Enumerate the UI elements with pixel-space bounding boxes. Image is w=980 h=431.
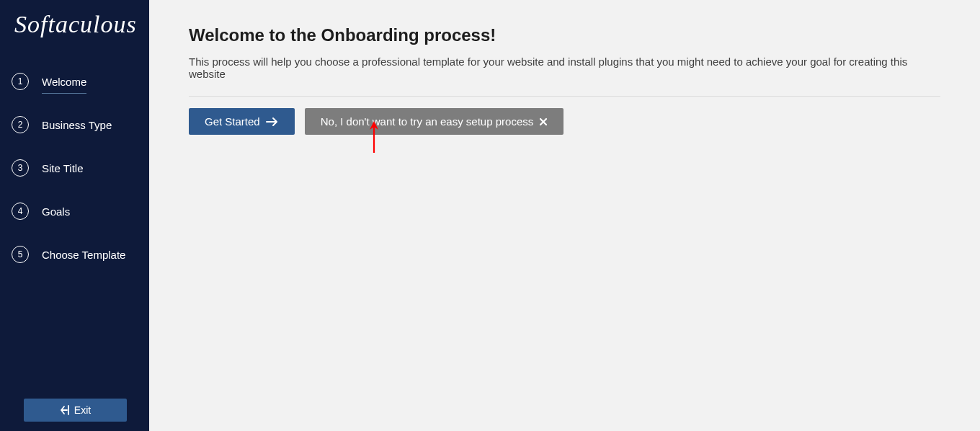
nav-label: Site Title: [42, 162, 84, 174]
nav-item-welcome[interactable]: 1 Welcome: [0, 60, 149, 103]
exit-label: Exit: [74, 404, 91, 416]
step-number-icon: 2: [12, 116, 29, 133]
exit-icon: [60, 405, 71, 415]
step-nav: 1 Welcome 2 Business Type 3 Site Title 4…: [0, 60, 149, 431]
nav-label: Choose Template: [42, 249, 125, 261]
nav-label: Goals: [42, 205, 70, 218]
get-started-label: Get Started: [205, 115, 260, 128]
step-number-icon: 4: [12, 203, 29, 220]
skip-label: No, I don't want to try an easy setup pr…: [321, 115, 534, 128]
get-started-button[interactable]: Get Started: [189, 108, 295, 135]
skip-setup-button[interactable]: No, I don't want to try an easy setup pr…: [305, 108, 564, 135]
nav-item-goals[interactable]: 4 Goals: [0, 190, 149, 233]
main-content: Welcome to the Onboarding process! This …: [149, 0, 980, 431]
divider: [189, 96, 940, 97]
step-number-icon: 5: [12, 246, 29, 263]
exit-button[interactable]: Exit: [24, 399, 127, 422]
nav-item-business-type[interactable]: 2 Business Type: [0, 103, 149, 146]
nav-item-choose-template[interactable]: 5 Choose Template: [0, 233, 149, 276]
page-subtext: This process will help you choose a prof…: [189, 55, 940, 80]
step-number-icon: 1: [12, 73, 29, 90]
close-icon: [539, 117, 548, 126]
button-row: Get Started No, I don't want to try an e…: [189, 108, 940, 135]
arrow-right-icon: [266, 117, 279, 127]
brand-logo: Softaculous: [0, 0, 149, 60]
step-number-icon: 3: [12, 159, 29, 177]
page-title: Welcome to the Onboarding process!: [189, 25, 940, 45]
nav-label: Welcome: [42, 76, 86, 88]
nav-label: Business Type: [42, 119, 112, 131]
nav-item-site-title[interactable]: 3 Site Title: [0, 146, 149, 190]
sidebar: Softaculous 1 Welcome 2 Business Type 3 …: [0, 0, 149, 431]
